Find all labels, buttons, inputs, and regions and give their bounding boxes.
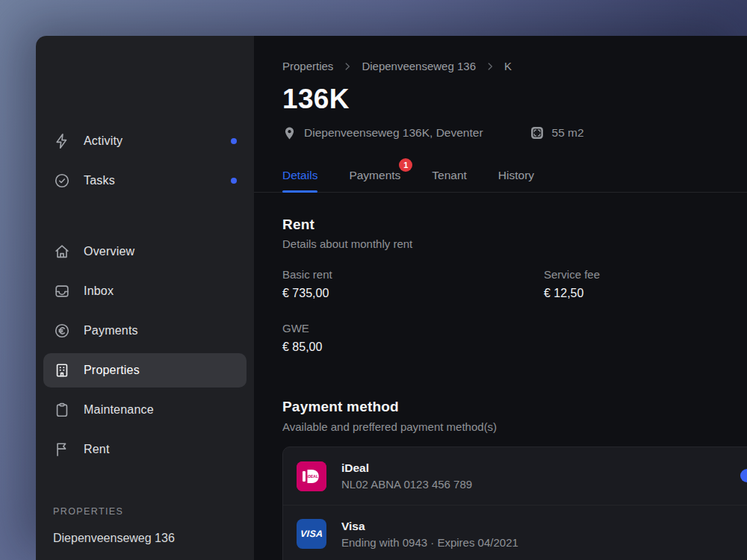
sidebar-item-rent[interactable]: Rent [43,432,247,467]
breadcrumb: Properties Diepenveenseweg 136 K [282,60,512,72]
sidebar-item-label: Inbox [84,284,114,298]
payment-section-title: Payment method [282,399,399,415]
visa-logo-text: VISA [300,529,323,539]
chevron-right-icon [342,61,353,72]
field-label: Service fee [544,268,600,281]
tab-tenant[interactable]: Tenant [432,166,467,192]
payment-method-ideal[interactable]: iDEAL iDeal NL02 ABNA 0123 456 789 [283,447,747,505]
breadcrumb-street[interactable]: Diepenveenseweg 136 [362,60,476,72]
payment-method-text: iDeal NL02 ABNA 0123 456 789 [341,461,472,491]
payment-method-detail: Ending with 0943 · Expires 04/2021 [341,536,518,549]
sidebar-section-label: PROPERTIES [53,506,254,517]
property-address: Diepenveenseweg 136K, Deventer [304,126,483,140]
sidebar-item-label: Activity [84,134,123,148]
payments-badge: 1 [399,158,412,172]
rent-section-title: Rent [282,217,314,233]
sidebar-item-label: Maintenance [84,403,154,417]
field-basic-rent: Basic rent € 735,00 [282,268,332,300]
tab-label: Details [282,169,317,181]
payment-method-detail: NL02 ABNA 0123 456 789 [341,478,472,491]
sidebar-item-tasks[interactable]: Tasks [43,164,247,198]
tab-bar: Details Payments 1 Tenant History [254,166,747,193]
property-area: 55 m2 [530,125,584,140]
field-value: € 735,00 [282,287,332,300]
ideal-logo-icon: iDEAL [297,461,326,491]
notification-dot [231,178,237,184]
sidebar-item-inbox[interactable]: Inbox [43,274,247,308]
tab-history[interactable]: History [498,166,534,192]
tab-label: Tenant [432,169,467,181]
sidebar-property-item[interactable]: Diepenveenseweg 136 [53,532,254,545]
flag-icon [53,441,71,458]
svg-text:iDEAL: iDEAL [307,473,318,478]
payment-method-text: Visa Ending with 0943 · Expires 04/2021 [341,520,518,549]
inbox-icon [53,282,71,300]
property-area-value: 55 m2 [552,126,584,140]
breadcrumb-properties[interactable]: Properties [282,60,333,72]
active-tab-underline [282,190,317,193]
payment-method-name: Visa [341,520,518,533]
sidebar-main-group: Overview Inbox Payments Properties [36,234,254,472]
activity-icon [53,132,71,150]
field-gwe: GWE € 85,00 [282,322,322,354]
payment-methods-card: iDEAL iDeal NL02 ABNA 0123 456 789 VISA … [282,447,747,560]
sidebar-top-group: Activity Tasks [36,124,254,203]
euro-circle-icon [53,322,71,340]
area-size-icon [530,125,545,140]
home-icon [53,243,71,261]
field-label: Basic rent [282,268,332,281]
sidebar-item-label: Tasks [84,174,115,187]
notification-dot [231,138,237,144]
chevron-right-icon [485,61,495,72]
sidebar-item-maintenance[interactable]: Maintenance [43,393,247,427]
sidebar-item-label: Rent [84,443,110,456]
rent-section-subtitle: Details about monthly rent [282,237,412,250]
sidebar-item-activity[interactable]: Activity [43,124,247,158]
payment-method-name: iDeal [341,461,472,475]
sidebar-item-overview[interactable]: Overview [43,234,247,269]
sidebar-item-properties[interactable]: Properties [43,353,247,388]
building-icon [53,361,71,379]
payment-section-subtitle: Available and preffered payment method(s… [282,420,497,433]
field-value: € 85,00 [282,340,322,354]
app-window: Activity Tasks Overview [36,36,747,560]
tab-label: Payments [349,169,400,181]
main-content: Properties Diepenveenseweg 136 K 136K Di… [254,36,747,560]
field-service-fee: Service fee € 12,50 [544,268,600,300]
field-value: € 12,50 [544,287,600,300]
clipboard-icon [53,401,71,419]
sidebar: Activity Tasks Overview [36,36,254,560]
check-circle-icon [53,172,71,190]
sidebar-item-label: Payments [84,324,138,337]
payment-method-visa[interactable]: VISA Visa Ending with 0943 · Expires 04/… [283,505,747,560]
page-title: 136K [282,84,350,115]
breadcrumb-unit[interactable]: K [504,60,512,72]
location-pin-icon [282,126,297,140]
sidebar-item-payments[interactable]: Payments [43,314,247,348]
visa-logo-icon: VISA [297,519,326,549]
field-label: GWE [282,322,322,335]
property-meta-row: Diepenveenseweg 136K, Deventer 55 m2 [282,125,747,140]
tab-details[interactable]: Details [282,166,317,192]
sidebar-item-label: Properties [84,364,140,377]
tab-payments[interactable]: Payments 1 [349,166,400,192]
sidebar-item-label: Overview [84,245,134,258]
tab-label: History [498,169,534,181]
